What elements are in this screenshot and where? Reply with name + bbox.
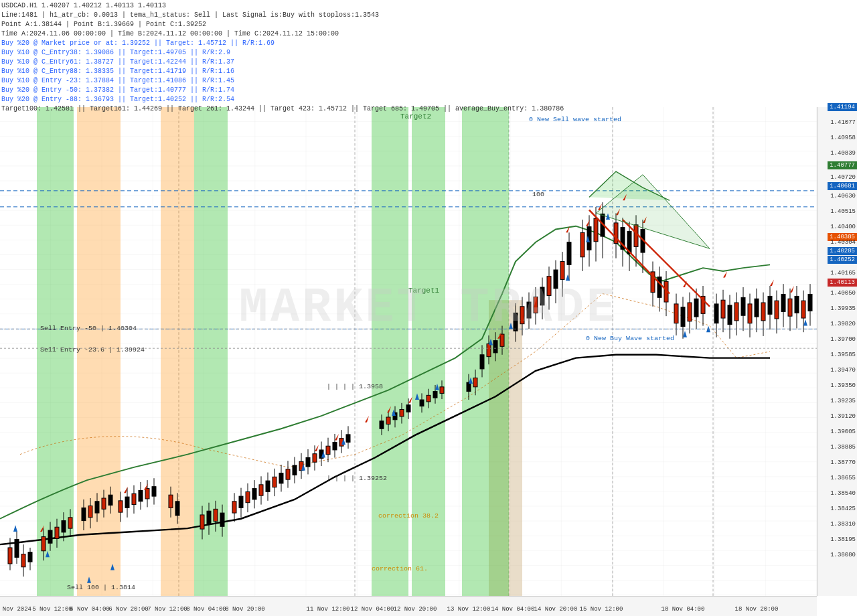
svg-rect-188 — [694, 299, 698, 317]
svg-rect-120 — [420, 400, 424, 406]
svg-rect-98 — [313, 454, 317, 462]
svg-rect-88 — [279, 473, 283, 483]
chart-svg: Target2 Target1 correction 38.2 correcti… — [0, 107, 817, 596]
svg-rect-56 — [139, 490, 143, 501]
info-line-3: Point A:1.38144 | Point B:1.39669 | Poin… — [1, 20, 564, 29]
svg-rect-156 — [567, 242, 571, 265]
svg-rect-38 — [68, 518, 72, 528]
svg-rect-208 — [768, 296, 772, 314]
svg-rect-126 — [440, 387, 444, 394]
svg-rect-32 — [48, 530, 52, 543]
time-label-12: 14 Nov 04:00 — [491, 606, 535, 613]
svg-text:Sell Entry -50 | 1.40304: Sell Entry -50 | 1.40304 — [40, 325, 137, 332]
svg-text:| | | | 1.39252: | | | | 1.39252 — [327, 475, 387, 482]
info-overlay: USDCAD.H1 1.40207 1.40212 1.40113 1.4011… — [1, 1, 564, 114]
svg-rect-116 — [400, 409, 404, 416]
svg-rect-66 — [200, 515, 204, 529]
info-line-7: Buy %10 @ C_Entry61: 1.38727 || Target:1… — [1, 58, 564, 67]
svg-text:0 New Buy Wave started: 0 New Buy Wave started — [586, 335, 674, 342]
time-axis: 4 Nov 2024 5 Nov 12:00 6 Nov 04:00 6 Nov… — [0, 596, 817, 616]
svg-rect-130 — [473, 378, 477, 386]
svg-rect-50 — [119, 501, 123, 512]
price-label-5: 1.40720 — [830, 174, 856, 181]
time-label-1: 4 Nov 2024 — [0, 606, 31, 613]
svg-rect-36 — [62, 521, 66, 532]
svg-rect-146 — [534, 297, 538, 313]
price-label-26: 1.38770 — [830, 459, 856, 466]
svg-rect-22 — [8, 548, 12, 564]
time-label-16: 18 Nov 20:00 — [735, 606, 779, 613]
svg-rect-90 — [286, 469, 290, 479]
svg-rect-34 — [55, 527, 59, 538]
time-label-10: 12 Nov 20:00 — [394, 606, 437, 613]
time-label-15: 18 Nov 04:00 — [661, 606, 705, 613]
price-label-16: 1.39935 — [830, 305, 856, 312]
time-label-3: 6 Nov 04:00 — [70, 606, 109, 613]
price-label-6: 1.40681 — [828, 182, 857, 190]
svg-rect-138 — [500, 334, 504, 346]
svg-rect-162 — [594, 218, 598, 242]
price-axis: 1.41194 1.41077 1.40958 1.40839 1.40777 … — [817, 107, 857, 596]
svg-rect-200 — [741, 297, 745, 315]
svg-rect-40 — [82, 508, 86, 520]
svg-rect-82 — [259, 485, 263, 495]
svg-rect-80 — [252, 489, 256, 499]
time-label-11: 13 Nov 12:00 — [447, 606, 491, 613]
svg-rect-178 — [657, 277, 661, 298]
svg-rect-110 — [380, 421, 384, 429]
svg-rect-104 — [333, 442, 337, 450]
price-label-11: 1.40304 — [830, 239, 856, 246]
info-line-9: Buy %10 @ Entry -23: 1.37884 || Target:1… — [1, 76, 564, 86]
svg-rect-84 — [266, 481, 270, 491]
svg-rect-172 — [634, 225, 638, 247]
svg-rect-134 — [487, 343, 491, 356]
svg-rect-152 — [554, 270, 558, 289]
svg-rect-72 — [220, 513, 224, 526]
info-line-10: Buy %20 @ Entry -50: 1.37382 || Target:1… — [1, 86, 564, 95]
price-label-17: 1.39820 — [830, 321, 856, 327]
svg-rect-74 — [232, 502, 236, 513]
svg-rect-210 — [775, 301, 779, 319]
svg-rect-184 — [681, 307, 685, 327]
svg-rect-142 — [520, 307, 524, 324]
time-label-6: 8 Nov 04:00 — [186, 606, 226, 613]
svg-rect-30 — [42, 537, 46, 551]
svg-rect-206 — [761, 303, 765, 321]
price-label-15: 1.40050 — [830, 290, 856, 297]
price-label-8: 1.40515 — [830, 208, 856, 215]
svg-text:correction 38.2: correction 38.2 — [378, 512, 439, 520]
svg-rect-196 — [728, 305, 732, 325]
info-line-6: Buy %10 @ C_Entry38: 1.39086 || Target:1… — [1, 48, 564, 58]
svg-rect-136 — [493, 341, 497, 353]
svg-rect-122 — [426, 395, 431, 402]
svg-rect-24 — [15, 539, 19, 557]
price-label-28: 1.38540 — [830, 490, 856, 497]
svg-rect-214 — [788, 299, 792, 316]
svg-rect-150 — [547, 277, 551, 296]
svg-rect-28 — [28, 552, 32, 562]
svg-rect-64 — [175, 502, 179, 516]
price-label-18: 1.39700 — [830, 336, 856, 343]
svg-rect-44 — [95, 502, 99, 513]
svg-text:Target2: Target2 — [400, 112, 431, 121]
svg-rect-154 — [560, 262, 564, 280]
price-label-7: 1.40630 — [830, 193, 856, 200]
price-label-21: 1.39350 — [830, 382, 856, 389]
svg-text:Sell Entry -23.6 | 1.39924: Sell Entry -23.6 | 1.39924 — [40, 346, 145, 354]
svg-rect-212 — [781, 295, 785, 312]
info-line-8: Buy %10 @ C_Entry88: 1.38335 || Target:1… — [1, 67, 564, 76]
svg-rect-96 — [306, 457, 310, 466]
info-line-2: Line:1481 | h1_atr_cb: 0.0013 | tema_h1_… — [1, 11, 564, 20]
time-label-13: 14 Nov 20:00 — [534, 606, 578, 613]
svg-rect-48 — [108, 495, 112, 505]
price-label-30: 1.38310 — [830, 521, 856, 528]
svg-rect-194 — [721, 300, 725, 318]
chart-container: MARKET TRADE USDCAD.H1 1.40207 1.40212 1… — [0, 0, 857, 616]
svg-rect-144 — [527, 302, 531, 318]
price-label-2: 1.40958 — [830, 135, 856, 141]
svg-rect-148 — [540, 287, 544, 305]
svg-rect-182 — [674, 304, 678, 323]
svg-rect-112 — [386, 417, 390, 425]
price-label-13: 1.40252 — [828, 256, 857, 264]
svg-rect-118 — [406, 405, 410, 412]
